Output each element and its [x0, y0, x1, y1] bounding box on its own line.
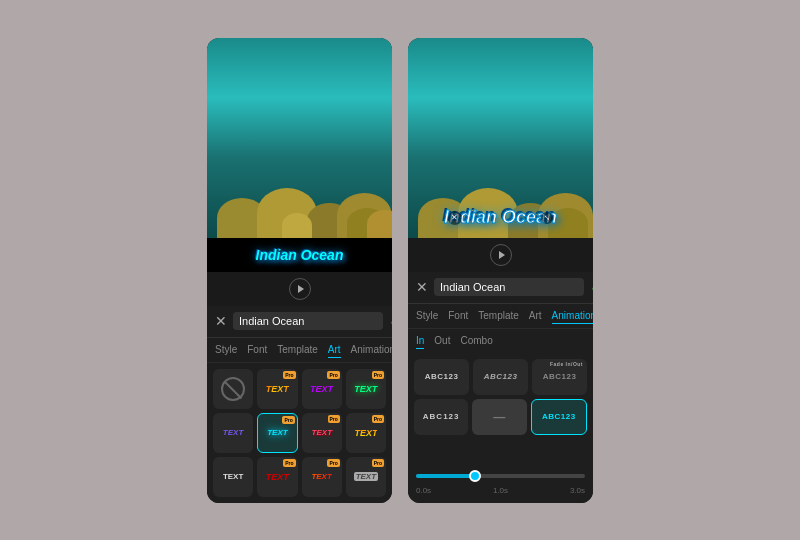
anim-label-6: ABC123	[542, 412, 576, 421]
art-item-6[interactable]: Pro TEXT	[302, 413, 342, 453]
left-panel: Indian Ocean ✕ ✓ Style Font Template Art…	[207, 38, 392, 503]
tab-style-left[interactable]: Style	[215, 342, 237, 358]
search-input-left[interactable]	[233, 312, 383, 330]
play-row-right	[408, 238, 593, 272]
anim-item-5[interactable]: —	[472, 399, 526, 435]
search-row-left: ✕ ✓	[207, 306, 392, 338]
anim-tabs-row: In Out Combo	[408, 329, 593, 353]
timeline-thumb[interactable]	[469, 470, 481, 482]
timeline-track[interactable]	[416, 468, 585, 484]
art-item-7[interactable]: Pro TEXT	[346, 413, 386, 453]
pro-badge: Pro	[372, 459, 384, 467]
anim-label-1: ABC123	[425, 372, 459, 381]
play-icon-left	[298, 285, 304, 293]
tabs-row-right: Style Font Template Art Animation	[408, 304, 593, 329]
art-item-10[interactable]: Pro TEXT	[302, 457, 342, 497]
pro-badge: Pro	[327, 371, 339, 379]
timeline-labels: 0.0s 1.0s 3.0s	[416, 486, 585, 495]
coral-decoration	[282, 213, 312, 238]
video-preview-right: ✕ Indian Ocean ⤡	[408, 38, 593, 238]
art-text-9: TEXT	[266, 472, 289, 482]
close-button-left[interactable]: ✕	[215, 313, 227, 329]
art-text-7: TEXT	[354, 428, 377, 438]
play-icon-right	[499, 251, 505, 259]
art-item-2[interactable]: Pro TEXT	[302, 369, 342, 409]
timeline-row: 0.0s 1.0s 3.0s	[408, 462, 593, 503]
art-item-11[interactable]: Pro TEXT	[346, 457, 386, 497]
art-text-1: TEXT	[266, 384, 289, 394]
pro-badge: Pro	[372, 415, 384, 423]
close-button-right[interactable]: ✕	[416, 279, 428, 295]
art-grid-left: Pro TEXT Pro TEXT Pro TEXT TEXT	[207, 363, 392, 503]
tab-animation-left[interactable]: Animation	[351, 342, 392, 358]
confirm-button-left[interactable]: ✓	[389, 312, 392, 331]
editor-right: ✕ ✓ Style Font Template Art Animation In…	[408, 272, 593, 503]
no-style-icon	[221, 377, 245, 401]
anim-grid: ABC123 ABC123 Fade In/Out ABC123 ABC123	[408, 353, 593, 462]
tab-style-right[interactable]: Style	[416, 308, 438, 324]
video-bg-left	[207, 38, 392, 238]
tab-font-right[interactable]: Font	[448, 308, 468, 324]
tabs-row-left: Style Font Template Art Animation	[207, 338, 392, 363]
pro-badge: Pro	[283, 459, 295, 467]
confirm-button-right[interactable]: ✓	[590, 278, 593, 297]
anim-tab-in[interactable]: In	[416, 333, 424, 349]
art-item-9[interactable]: Pro TEXT	[257, 457, 297, 497]
tab-animation-right[interactable]: Animation	[552, 308, 593, 324]
art-text-3: TEXT	[354, 384, 377, 394]
anim-row-2: ABC123 — ABC123	[414, 399, 587, 435]
search-row-right: ✕ ✓	[408, 272, 593, 304]
anim-item-1[interactable]: ABC123	[414, 359, 469, 395]
art-row-2: TEXT Pro TEXT Pro TEXT Pro TEXT	[213, 413, 386, 453]
timeline-end: 3.0s	[570, 486, 585, 495]
right-panel: ✕ Indian Ocean ⤡ ✕ ✓ Style Font Template	[408, 38, 593, 503]
title-bubble: ✕ Indian Ocean ⤡	[444, 207, 557, 228]
anim-label-4: ABC123	[423, 412, 460, 421]
timeline-start: 0.0s	[416, 486, 431, 495]
anim-item-6-selected[interactable]: ABC123	[531, 399, 587, 435]
art-item-3[interactable]: Pro TEXT	[346, 369, 386, 409]
video-title-left: Indian Ocean	[256, 247, 344, 263]
play-button-right[interactable]	[490, 244, 512, 266]
anim-label-3: ABC123	[543, 372, 577, 381]
pro-badge: Pro	[327, 459, 339, 467]
anim-item-4[interactable]: ABC123	[414, 399, 468, 435]
video-preview-left	[207, 38, 392, 238]
anim-tab-out[interactable]: Out	[434, 333, 450, 349]
anim-label-2: ABC123	[484, 372, 518, 381]
timeline-marker: 1.0s	[493, 486, 508, 495]
tab-font-left[interactable]: Font	[247, 342, 267, 358]
art-text-2: TEXT	[310, 384, 333, 394]
pro-badge: Pro	[282, 416, 294, 424]
timeline-fill	[416, 474, 475, 478]
video-title-overlay-right: ✕ Indian Ocean ⤡	[408, 207, 593, 228]
art-row-1: Pro TEXT Pro TEXT Pro TEXT	[213, 369, 386, 409]
title-close-btn[interactable]: ✕	[448, 211, 462, 225]
anim-item-3[interactable]: Fade In/Out ABC123	[532, 359, 587, 395]
anim-label-5: —	[493, 410, 506, 424]
anim-item-2[interactable]: ABC123	[473, 359, 528, 395]
resize-handle[interactable]: ⤡	[541, 212, 553, 224]
pro-badge: Pro	[328, 415, 340, 423]
art-item-5-selected[interactable]: Pro TEXT	[257, 413, 298, 453]
pro-badge: Pro	[283, 371, 295, 379]
art-item-none[interactable]	[213, 369, 253, 409]
art-item-1[interactable]: Pro TEXT	[257, 369, 297, 409]
anim-tab-combo[interactable]: Combo	[460, 333, 492, 349]
pro-badge: Pro	[372, 371, 384, 379]
search-input-right[interactable]	[434, 278, 584, 296]
title-bar-left: Indian Ocean	[207, 238, 392, 272]
tab-template-right[interactable]: Template	[478, 308, 519, 324]
tab-art-left[interactable]: Art	[328, 342, 341, 358]
coral-decoration	[367, 210, 392, 238]
tab-template-left[interactable]: Template	[277, 342, 318, 358]
art-item-4[interactable]: TEXT	[213, 413, 253, 453]
art-item-8[interactable]: TEXT	[213, 457, 253, 497]
play-button-left[interactable]	[289, 278, 311, 300]
editor-left: ✕ ✓ Style Font Template Art Animation P	[207, 306, 392, 503]
anim-row-1: ABC123 ABC123 Fade In/Out ABC123	[414, 359, 587, 395]
art-row-3: TEXT Pro TEXT Pro TEXT Pro TEXT	[213, 457, 386, 497]
tab-art-right[interactable]: Art	[529, 308, 542, 324]
play-row-left	[207, 272, 392, 306]
anim-sublabel-3: Fade In/Out	[550, 361, 583, 367]
